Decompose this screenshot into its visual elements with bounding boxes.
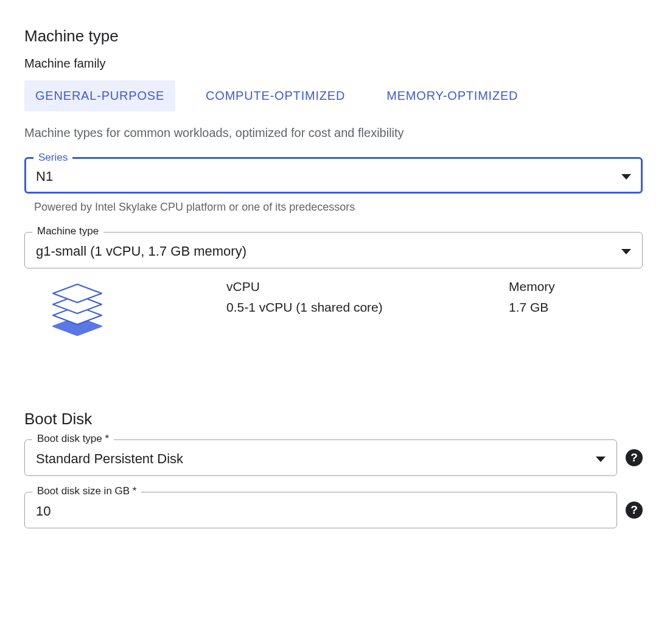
boot-disk-type-value: Standard Persistent Disk [36,451,183,467]
boot-disk-size-field[interactable]: Boot disk size in GB * [24,492,617,528]
series-helper-text: Powered by Intel Skylake CPU platform or… [34,201,643,214]
chevron-down-icon [621,249,631,254]
series-label: Series [33,152,72,164]
chevron-down-icon [621,174,631,180]
vcpu-label: vCPU [226,279,509,294]
chevron-down-icon [596,457,606,462]
boot-disk-type-select[interactable]: Boot disk type * Standard Persistent Dis… [24,439,617,476]
machine-type-select[interactable]: Machine type g1-small (1 vCPU, 1.7 GB me… [24,232,643,268]
machine-type-section: Machine type Machine family GENERAL-PURP… [24,27,643,355]
machine-type-value: g1-small (1 vCPU, 1.7 GB memory) [36,243,246,259]
tab-memory-optimized[interactable]: MEMORY-OPTIMIZED [375,80,529,111]
memory-value: 1.7 GB [509,300,643,315]
vcpu-value: 0.5-1 vCPU (1 shared core) [226,300,509,315]
series-select[interactable]: Series N1 [24,157,643,194]
boot-disk-heading: Boot Disk [24,410,643,429]
help-icon[interactable]: ? [626,449,643,466]
tab-compute-optimized[interactable]: COMPUTE-OPTIMIZED [195,80,356,111]
tab-general-purpose[interactable]: GENERAL-PURPOSE [24,80,175,111]
stack-icon [44,279,166,355]
boot-disk-size-label: Boot disk size in GB * [32,485,141,497]
boot-disk-size-input[interactable] [36,503,606,519]
help-icon[interactable]: ? [626,502,643,519]
machine-family-heading: Machine family [24,57,643,71]
series-value: N1 [36,169,53,184]
machine-type-label: Machine type [32,225,103,237]
memory-label: Memory [509,279,643,294]
machine-family-tabs: GENERAL-PURPOSE COMPUTE-OPTIMIZED MEMORY… [24,80,643,111]
boot-disk-section: Boot Disk Boot disk type * Standard Pers… [24,410,643,528]
machine-type-heading: Machine type [24,27,643,46]
boot-disk-type-label: Boot disk type * [32,433,114,445]
machine-specs: vCPU 0.5-1 vCPU (1 shared core) Memory 1… [24,279,643,355]
machine-family-description: Machine types for common workloads, opti… [24,126,643,140]
svg-marker-3 [53,284,102,303]
